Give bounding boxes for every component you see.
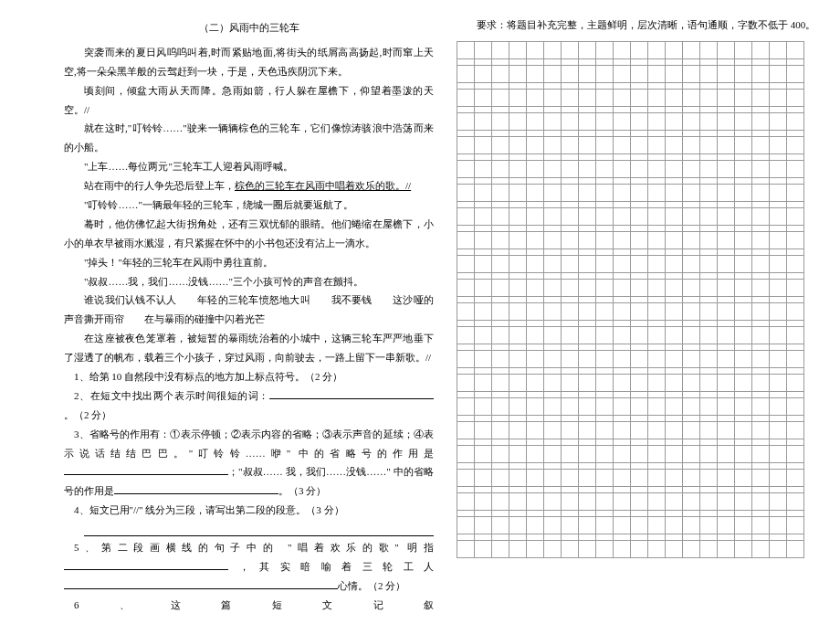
paragraph-5-plain: 站在雨中的行人争先恐后登上车， bbox=[84, 180, 235, 191]
paragraph-7: 蓦时，他仿佛忆起大街拐角处，还有三双忧郁的眼睛。他们蜷缩在屋檐下，小小的单衣早被… bbox=[64, 215, 434, 253]
right-column: 要求：将题目补充完整，主题鲜明，层次清晰，语句通顺，字数不低于 400。 bbox=[447, 18, 831, 606]
paragraph-8: "掉头！"年轻的三轮车在风雨中勇往直前。 bbox=[64, 253, 434, 272]
q6-blank-1[interactable] bbox=[64, 617, 356, 624]
q4-blank[interactable] bbox=[84, 522, 434, 536]
left-column: （二）风雨中的三轮车 突袭而来的夏日风呜呜叫着,时而紧贴地面,将街头的纸屑高高扬… bbox=[9, 18, 447, 606]
q5-text-a: 5、第二段画横线的句子中的 "唱着欢乐的歌" 明指 bbox=[74, 542, 434, 553]
question-6: 6、这篇短文记叙 ，赞扬。（4 分） bbox=[64, 596, 434, 624]
paragraph-9: "叔叔……我，我们……没钱……"三个小孩可怜的声音在颤抖。 bbox=[64, 272, 434, 291]
paragraph-2: 顷刻间，倾盆大雨从天而降。急雨如箭，行人躲在屋檐下，仰望着墨泼的天空。// bbox=[64, 81, 434, 120]
question-2: 2、在短文中找出两个表示时间很短的词：。（2 分） bbox=[64, 386, 434, 425]
writing-grid[interactable] bbox=[457, 41, 804, 558]
question-4: 4、短文已用"//" 线分为三段，请写出第二段的段意。（3 分） bbox=[64, 501, 434, 520]
q2-text-a: 2、在短文中找出两个表示时间很短的词： bbox=[74, 390, 269, 401]
paragraph-4: "上车……每位两元"三轮车工人迎着风雨呼喊。 bbox=[64, 157, 434, 176]
paragraph-3: 就在这时,"叮铃铃……"驶来一辆辆棕色的三轮车，它们像惊涛骇浪中浩荡而来的小船。 bbox=[64, 119, 434, 157]
paragraph-5: 站在雨中的行人争先恐后登上车，棕色的三轮车在风雨中唱着欢乐的歌。// bbox=[64, 176, 434, 196]
composition-requirement: 要求：将题目补充完整，主题鲜明，层次清晰，语句通顺，字数不低于 400。 bbox=[457, 18, 822, 32]
paragraph-5-underline: 棕色的三轮车在风雨中唱着欢乐的歌。// bbox=[235, 180, 411, 191]
q5-text-c: 心情。（2 分） bbox=[338, 580, 405, 591]
q2-blank[interactable] bbox=[269, 388, 434, 399]
q5-blank-2[interactable] bbox=[64, 578, 338, 589]
paragraph-1: 突袭而来的夏日风呜呜叫着,时而紧贴地面,将街头的纸屑高高扬起,时而窜上天空,将一… bbox=[64, 43, 434, 81]
q2-text-b: 。（2 分） bbox=[64, 409, 111, 420]
q3-text-c: 。（3 分） bbox=[278, 485, 326, 496]
question-1: 1、给第 10 自然段中没有标点的地方加上标点符号。（2 分） bbox=[64, 367, 434, 386]
question-3: 3、省略号的作用有：①表示停顿；②表示内容的省略；③表示声音的延续；④表示说话结… bbox=[64, 425, 434, 502]
reading-title: （二）风雨中的三轮车 bbox=[64, 18, 434, 37]
q5-blank-1[interactable] bbox=[64, 559, 228, 570]
paragraph-6: "叮铃铃……"一辆最年轻的三轮车，绕城一圈后就要返航了。 bbox=[64, 196, 434, 215]
q5-text-b: ，其实暗喻着三轮工人 bbox=[228, 561, 434, 572]
q6-text-a: 6、这篇短文记叙 bbox=[74, 599, 434, 610]
paragraph-11: 在这座被夜色笼罩着，被短暂的暴雨统治着的小城中，这辆三轮车严严地垂下了湿透了的帆… bbox=[64, 329, 434, 367]
q3-blank-2[interactable] bbox=[114, 483, 278, 494]
q3-text-a: 3、省略号的作用有：①表示停顿；②表示内容的省略；③表示声音的延续；④表示说话结… bbox=[64, 428, 434, 459]
q4-text: 4、短文已用"//" 线分为三段，请写出第二段的段意。（3 分） bbox=[74, 504, 344, 515]
q3-blank-1[interactable] bbox=[64, 464, 228, 475]
question-5: 5、第二段画横线的句子中的 "唱着欢乐的歌" 明指，其实暗喻着三轮工人心情。（2… bbox=[64, 538, 434, 596]
paragraph-10: 谁说我们认钱不认人 年轻的三轮车愤怒地大叫 我不要钱 这沙哑的声音撕开雨帘 在与… bbox=[64, 291, 434, 329]
